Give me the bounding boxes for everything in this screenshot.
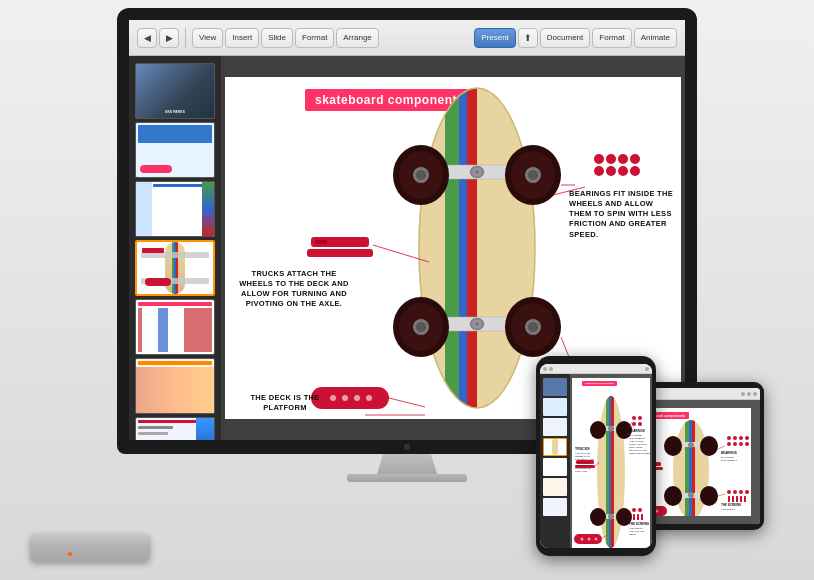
svg-line-64 <box>389 398 425 407</box>
svg-point-82 <box>727 442 731 446</box>
slide-thumb-1[interactable]: SK8 PARKS <box>135 63 215 119</box>
svg-rect-118 <box>611 396 614 548</box>
iphone-toolbar-icon-3 <box>645 367 649 371</box>
svg-point-80 <box>739 436 743 440</box>
svg-point-29 <box>416 322 426 332</box>
svg-rect-57 <box>315 240 327 244</box>
svg-rect-134 <box>637 514 639 520</box>
back-button[interactable]: ◀ <box>137 28 157 48</box>
svg-text:THE SCREWS: THE SCREWS <box>629 522 649 526</box>
svg-point-33 <box>528 322 538 332</box>
monitor-base <box>347 474 467 482</box>
iphone-toolbar-icon-2 <box>549 367 553 371</box>
svg-rect-56 <box>307 249 373 257</box>
svg-text:THE SCREWS: THE SCREWS <box>721 503 741 507</box>
svg-text:GREATER SPEED.: GREATER SPEED. <box>629 452 650 455</box>
iphone-slide-2[interactable] <box>543 398 567 416</box>
svg-rect-90 <box>728 496 730 502</box>
iphone-slides-panel <box>540 374 570 548</box>
monitor-camera <box>404 444 410 450</box>
svg-point-81 <box>745 436 749 440</box>
ipad-toolbar-icon-4 <box>747 392 751 396</box>
svg-point-13 <box>475 170 479 174</box>
svg-point-141 <box>595 538 598 541</box>
insert-button[interactable]: Insert <box>225 28 259 48</box>
svg-text:TRUCKS: TRUCKS <box>575 447 590 451</box>
svg-point-36 <box>618 154 628 164</box>
svg-text:BEARINGS: BEARINGS <box>721 451 737 455</box>
svg-point-40 <box>618 166 628 176</box>
svg-point-87 <box>733 490 737 494</box>
slide-thumb-7[interactable] <box>135 417 215 440</box>
svg-rect-93 <box>740 496 742 502</box>
play-button[interactable]: Present <box>474 28 516 48</box>
slide-button[interactable]: Slide <box>261 28 293 48</box>
view-button[interactable]: View <box>192 28 223 48</box>
slide-thumb-2[interactable] <box>135 122 215 178</box>
document-panel-button[interactable]: Document <box>540 28 590 48</box>
iphone-slide-7[interactable] <box>543 498 567 516</box>
svg-point-34 <box>594 154 604 164</box>
svg-point-127 <box>632 416 636 420</box>
format-button[interactable]: Format <box>295 28 334 48</box>
svg-rect-135 <box>641 514 643 520</box>
share-button[interactable]: ⬆ <box>518 28 538 48</box>
mac-mini <box>30 534 150 562</box>
svg-point-128 <box>638 416 642 420</box>
toolbar-divider-1 <box>185 28 186 48</box>
animate-button[interactable]: Animate <box>634 28 677 48</box>
monitor-stand <box>377 454 437 474</box>
svg-text:THE WHEELS: THE WHEELS <box>721 459 738 462</box>
forward-button[interactable]: ▶ <box>159 28 179 48</box>
svg-point-41 <box>630 166 640 176</box>
svg-rect-8 <box>467 88 477 408</box>
iphone-slide-svg: TRUCKS ATTACH THE WHEELS TO THE DECK AND… <box>572 390 650 548</box>
ipad-toolbar-icon-3 <box>741 392 745 396</box>
ipad-toolbar-icon-5 <box>753 392 757 396</box>
svg-point-62 <box>354 395 360 401</box>
svg-point-61 <box>342 395 348 401</box>
svg-rect-94 <box>744 496 746 502</box>
format-panel-button[interactable]: Format <box>592 28 631 48</box>
keynote-toolbar: ◀ ▶ View Insert <box>129 20 685 56</box>
svg-point-140 <box>588 538 591 541</box>
arrange-button[interactable]: Arrange <box>336 28 378 48</box>
iphone-slide-5[interactable] <box>543 458 567 476</box>
iphone-canvas-area: skateboard components <box>570 374 652 548</box>
svg-point-84 <box>739 442 743 446</box>
iphone-slide-6[interactable] <box>543 478 567 496</box>
svg-text:THE AXLE.: THE AXLE. <box>575 470 588 473</box>
svg-point-74 <box>664 436 682 456</box>
svg-point-76 <box>664 486 682 506</box>
svg-point-132 <box>638 508 642 512</box>
iphone-toolbar-icon-1 <box>543 367 547 371</box>
iphone-toolbar <box>540 364 652 374</box>
annotation-trucks: TRUCKS ATTACH THE WHEELS TO THE DECK AND… <box>235 269 353 310</box>
svg-rect-92 <box>736 496 738 502</box>
svg-line-102 <box>718 494 725 496</box>
iphone-slide-1[interactable] <box>543 378 567 396</box>
iphone: skateboard components <box>536 356 656 556</box>
svg-point-37 <box>630 154 640 164</box>
svg-point-88 <box>739 490 743 494</box>
iphone-slide-3[interactable] <box>543 418 567 436</box>
svg-point-39 <box>606 166 616 176</box>
slide-thumb-4-active[interactable] <box>135 240 215 296</box>
iphone-slide-4-active[interactable] <box>543 438 567 456</box>
svg-point-25 <box>528 170 538 180</box>
svg-point-17 <box>475 322 479 326</box>
slide-thumb-5[interactable] <box>135 299 215 355</box>
svg-point-35 <box>606 154 616 164</box>
svg-point-131 <box>632 508 636 512</box>
svg-point-38 <box>594 166 604 176</box>
svg-point-21 <box>416 170 426 180</box>
svg-text:BEARINGS: BEARINGS <box>629 429 645 433</box>
main-wrapper: ◀ ▶ View Insert <box>0 0 814 580</box>
iphone-screen: skateboard components <box>540 364 652 548</box>
slides-panel[interactable]: SK8 PARKS <box>129 56 221 440</box>
slide-thumb-3[interactable] <box>135 181 215 237</box>
slide-thumb-6[interactable] <box>135 358 215 414</box>
svg-point-123 <box>590 421 606 439</box>
iphone-keynote-body: skateboard components <box>540 374 652 548</box>
iphone-slide-canvas: skateboard components <box>572 378 650 548</box>
